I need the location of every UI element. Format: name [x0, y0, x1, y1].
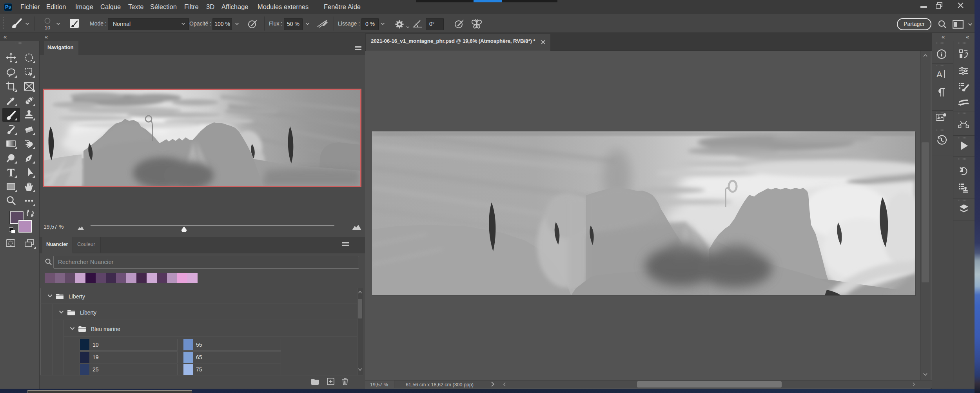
svg-text:A: A	[936, 69, 942, 79]
